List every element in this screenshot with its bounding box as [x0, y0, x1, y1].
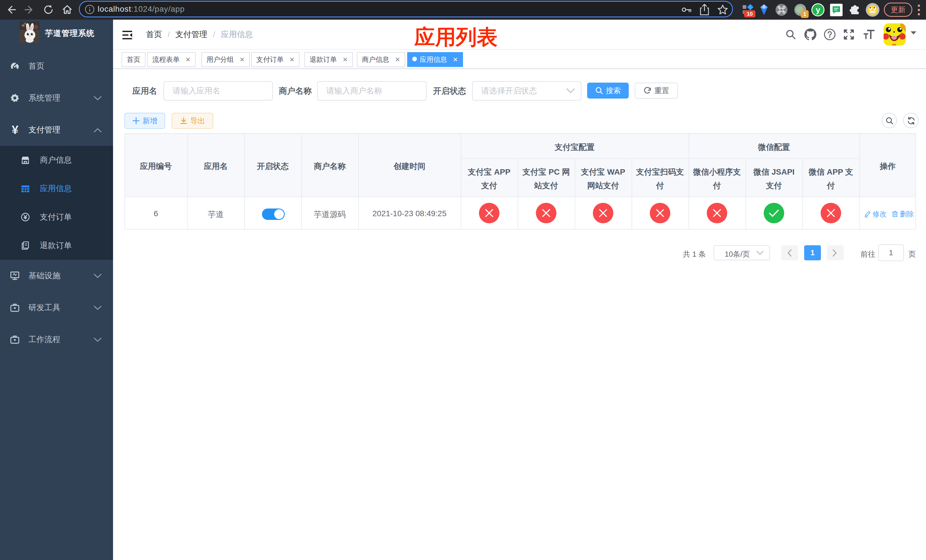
svg-text:y: y	[816, 5, 820, 14]
